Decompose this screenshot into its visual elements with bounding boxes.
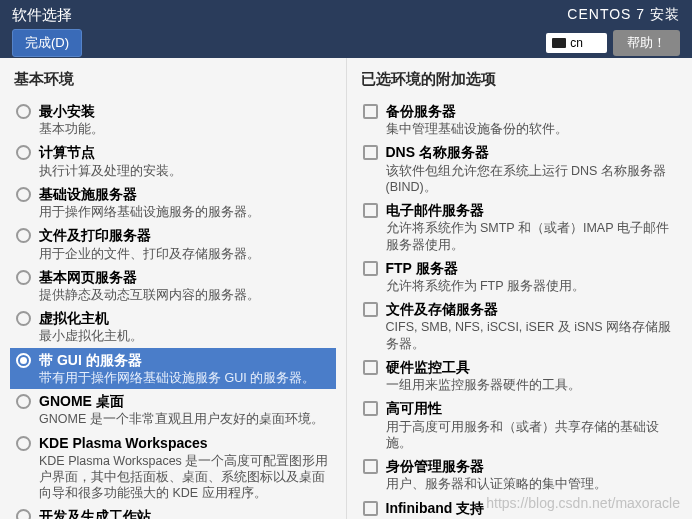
checkbox-icon [363,104,378,119]
option-name: 身份管理服务器 [386,457,677,475]
option-name: KDE Plasma Workspaces [39,434,330,452]
checkbox-icon [363,203,378,218]
radio-icon [16,270,31,285]
option-body: 硬件监控工具一组用来监控服务器硬件的工具。 [386,358,677,393]
option-name: GNOME 桌面 [39,392,330,410]
environment-option[interactable]: KDE Plasma WorkspacesKDE Plasma Workspac… [10,431,336,505]
option-desc: 基本功能。 [39,121,330,137]
option-body: 带 GUI 的服务器带有用于操作网络基础设施服务 GUI 的服务器。 [39,351,330,386]
option-body: 计算节点执行计算及处理的安装。 [39,143,330,178]
environment-option[interactable]: 最小安装基本功能。 [10,99,336,140]
option-name: 基本网页服务器 [39,268,330,286]
option-desc: 最小虚拟化主机。 [39,328,330,344]
addon-option[interactable]: 备份服务器集中管理基础设施备份的软件。 [357,99,683,140]
header-bar: 软件选择 完成(D) CENTOS 7 安装 cn 帮助！ [0,0,692,58]
option-name: 电子邮件服务器 [386,201,677,219]
main-content: 基本环境 最小安装基本功能。计算节点执行计算及处理的安装。基础设施服务器用于操作… [0,58,692,519]
option-name: 高可用性 [386,399,677,417]
option-body: 电子邮件服务器允许将系统作为 SMTP 和（或者）IMAP 电子邮件服务器使用。 [386,201,677,253]
addon-option[interactable]: Infiniband 支持用来支持集群和使用 RDMA InfiniBand 和… [357,496,683,520]
option-desc: KDE Plasma Workspaces 是一个高度可配置图形用户界面，其中包… [39,453,330,502]
option-body: 备份服务器集中管理基础设施备份的软件。 [386,102,677,137]
option-desc: 允许将系统作为 SMTP 和（或者）IMAP 电子邮件服务器使用。 [386,220,677,253]
option-body: 最小安装基本功能。 [39,102,330,137]
addon-option[interactable]: FTP 服务器允许将系统作为 FTP 服务器使用。 [357,256,683,297]
addon-option[interactable]: DNS 名称服务器该软件包组允许您在系统上运行 DNS 名称服务器(BIND)。 [357,140,683,198]
option-name: 硬件监控工具 [386,358,677,376]
radio-icon [16,187,31,202]
option-name: 文件及打印服务器 [39,226,330,244]
option-body: 基础设施服务器用于操作网络基础设施服务的服务器。 [39,185,330,220]
lang-code: cn [570,36,583,50]
addon-option[interactable]: 文件及存储服务器CIFS, SMB, NFS, iSCSI, iSER 及 iS… [357,297,683,355]
checkbox-icon [363,302,378,317]
option-body: 基本网页服务器提供静态及动态互联网内容的服务器。 [39,268,330,303]
radio-icon [16,228,31,243]
option-desc: 带有用于操作网络基础设施服务 GUI 的服务器。 [39,370,330,386]
option-name: 文件及存储服务器 [386,300,677,318]
option-body: 身份管理服务器用户、服务器和认证策略的集中管理。 [386,457,677,492]
environment-option[interactable]: 开发及生成工作站用于软件、硬件、图形或者内容开发的工作站 [10,504,336,519]
option-desc: CIFS, SMB, NFS, iSCSI, iSER 及 iSNS 网络存储服… [386,319,677,352]
option-body: Infiniband 支持用来支持集群和使用 RDMA InfiniBand 和… [386,499,677,520]
checkbox-icon [363,261,378,276]
addons-list: 备份服务器集中管理基础设施备份的软件。DNS 名称服务器该软件包组允许您在系统上… [357,99,683,519]
right-panel-title: 已选环境的附加选项 [357,70,683,89]
installer-title: CENTOS 7 安装 [567,6,680,24]
help-button[interactable]: 帮助！ [613,30,680,56]
option-body: KDE Plasma WorkspacesKDE Plasma Workspac… [39,434,330,502]
option-name: 最小安装 [39,102,330,120]
option-desc: GNOME 是一个非常直观且用户友好的桌面环境。 [39,411,330,427]
environment-option[interactable]: 基础设施服务器用于操作网络基础设施服务的服务器。 [10,182,336,223]
option-desc: 用于操作网络基础设施服务的服务器。 [39,204,330,220]
base-environment-panel: 基本环境 最小安装基本功能。计算节点执行计算及处理的安装。基础设施服务器用于操作… [0,58,347,519]
option-body: FTP 服务器允许将系统作为 FTP 服务器使用。 [386,259,677,294]
option-desc: 允许将系统作为 FTP 服务器使用。 [386,278,677,294]
option-body: 文件及打印服务器用于企业的文件、打印及存储服务器。 [39,226,330,261]
keyboard-icon [552,38,566,48]
option-desc: 用于高度可用服务和（或者）共享存储的基础设施。 [386,419,677,452]
option-body: 虚拟化主机最小虚拟化主机。 [39,309,330,344]
option-desc: 集中管理基础设施备份的软件。 [386,121,677,137]
environment-option[interactable]: 虚拟化主机最小虚拟化主机。 [10,306,336,347]
environment-option[interactable]: 计算节点执行计算及处理的安装。 [10,140,336,181]
radio-icon [16,394,31,409]
environment-option[interactable]: 文件及打印服务器用于企业的文件、打印及存储服务器。 [10,223,336,264]
option-desc: 执行计算及处理的安装。 [39,163,330,179]
checkbox-icon [363,401,378,416]
option-desc: 用户、服务器和认证策略的集中管理。 [386,476,677,492]
checkbox-icon [363,360,378,375]
option-name: 带 GUI 的服务器 [39,351,330,369]
option-name: 备份服务器 [386,102,677,120]
addon-option[interactable]: 硬件监控工具一组用来监控服务器硬件的工具。 [357,355,683,396]
addons-panel: 已选环境的附加选项 备份服务器集中管理基础设施备份的软件。DNS 名称服务器该软… [347,58,693,519]
environment-option[interactable]: GNOME 桌面GNOME 是一个非常直观且用户友好的桌面环境。 [10,389,336,430]
addon-option[interactable]: 电子邮件服务器允许将系统作为 SMTP 和（或者）IMAP 电子邮件服务器使用。 [357,198,683,256]
radio-icon [16,509,31,519]
option-body: 文件及存储服务器CIFS, SMB, NFS, iSCSI, iSER 及 iS… [386,300,677,352]
environment-list: 最小安装基本功能。计算节点执行计算及处理的安装。基础设施服务器用于操作网络基础设… [10,99,336,519]
header-controls: cn 帮助！ [546,30,680,56]
keyboard-layout-selector[interactable]: cn [546,33,607,53]
radio-icon [16,311,31,326]
done-button[interactable]: 完成(D) [12,29,82,57]
option-name: Infiniband 支持 [386,499,677,517]
addon-option[interactable]: 身份管理服务器用户、服务器和认证策略的集中管理。 [357,454,683,495]
radio-icon [16,104,31,119]
option-name: 基础设施服务器 [39,185,330,203]
option-body: DNS 名称服务器该软件包组允许您在系统上运行 DNS 名称服务器(BIND)。 [386,143,677,195]
radio-icon [16,353,31,368]
radio-icon [16,145,31,160]
option-desc: 一组用来监控服务器硬件的工具。 [386,377,677,393]
option-desc: 该软件包组允许您在系统上运行 DNS 名称服务器(BIND)。 [386,163,677,196]
header-right: CENTOS 7 安装 cn 帮助！ [546,6,680,52]
environment-option[interactable]: 带 GUI 的服务器带有用于操作网络基础设施服务 GUI 的服务器。 [10,348,336,389]
checkbox-icon [363,145,378,160]
environment-option[interactable]: 基本网页服务器提供静态及动态互联网内容的服务器。 [10,265,336,306]
checkbox-icon [363,459,378,474]
option-body: 开发及生成工作站用于软件、硬件、图形或者内容开发的工作站 [39,507,330,519]
option-desc: 提供静态及动态互联网内容的服务器。 [39,287,330,303]
checkbox-icon [363,501,378,516]
option-name: 开发及生成工作站 [39,507,330,519]
addon-option[interactable]: 高可用性用于高度可用服务和（或者）共享存储的基础设施。 [357,396,683,454]
